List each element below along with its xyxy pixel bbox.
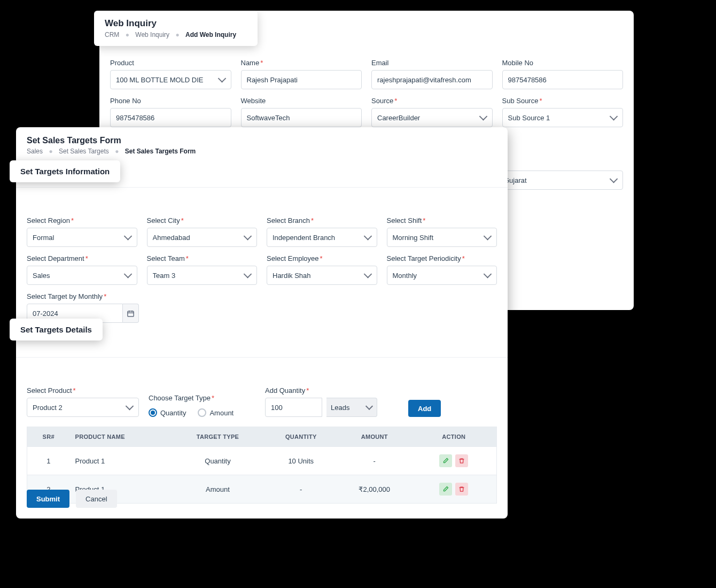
col-sr: SR# [27, 427, 70, 447]
phone-label: Phone No [110, 97, 231, 105]
col-qty: QUANTITY [264, 427, 338, 447]
employee-select[interactable] [267, 266, 377, 285]
quantity-input[interactable] [265, 398, 322, 417]
region-select[interactable] [27, 228, 137, 247]
add-quantity-label: Add Quantity* [265, 386, 377, 394]
calendar-icon [127, 310, 135, 318]
source-select[interactable] [371, 108, 493, 127]
submit-button[interactable]: Submit [27, 490, 69, 508]
page-title: Web Inquiry [105, 18, 236, 29]
cancel-button[interactable]: Cancel [76, 490, 116, 508]
breadcrumb-current: Add Web Inquiry [185, 31, 236, 38]
section-title-details: Set Targets Details [10, 319, 103, 341]
svg-rect-0 [128, 311, 134, 316]
periodicity-select[interactable] [387, 266, 497, 285]
add-button[interactable]: Add [408, 400, 441, 417]
select-product-label: Select Product* [27, 386, 139, 394]
product-label: Product [110, 59, 231, 67]
breadcrumb-item[interactable]: Set Sales Targets [59, 148, 109, 155]
branch-select[interactable] [267, 228, 377, 247]
city-select[interactable] [147, 228, 258, 247]
email-label: Email [371, 59, 493, 67]
col-action: ACTION [411, 427, 497, 447]
name-label: Name* [241, 59, 362, 67]
radio-icon [149, 408, 157, 417]
trash-icon [458, 486, 465, 492]
radio-quantity[interactable]: Quantity [149, 408, 186, 417]
email-input[interactable] [371, 70, 493, 89]
delete-button[interactable] [455, 454, 468, 467]
periodicity-label: Select Target Periodicity* [387, 254, 497, 262]
name-input[interactable] [241, 70, 362, 89]
sales-header: Set Sales Targets Form Sales ● Set Sales… [16, 127, 508, 160]
region-label: Select Region* [27, 216, 137, 225]
breadcrumb-item[interactable]: CRM [105, 31, 119, 38]
employee-label: Select Employee* [267, 254, 377, 262]
team-select[interactable] [147, 266, 258, 285]
breadcrumb: CRM ● Web Inquiry ● Add Web Inquiry [105, 31, 236, 38]
branch-label: Select Branch* [267, 216, 377, 225]
target-type-label: Choose Target Type* [149, 394, 255, 402]
breadcrumb-item[interactable]: Web Inquiry [135, 31, 169, 38]
product-select[interactable] [27, 398, 139, 417]
team-label: Select Team* [147, 254, 258, 262]
col-type: TARGET TYPE [172, 427, 264, 447]
state-select[interactable] [498, 171, 623, 190]
radio-icon [198, 408, 206, 417]
col-name: PRODUCT NAME [70, 427, 172, 447]
phone-input[interactable] [110, 108, 231, 127]
city-label: Select City* [147, 216, 258, 225]
page-title: Set Sales Targets Form [27, 136, 497, 145]
website-label: Website [241, 97, 362, 105]
web-inquiry-header: Web Inquiry CRM ● Web Inquiry ● Add Web … [94, 11, 258, 46]
mobile-label: Mobile No [502, 59, 624, 67]
edit-icon [442, 486, 449, 492]
source-label: Source* [371, 97, 493, 105]
radio-amount[interactable]: Amount [198, 408, 234, 417]
department-label: Select Department* [27, 254, 137, 262]
calendar-button[interactable] [123, 304, 139, 323]
subsource-label: Sub Source* [502, 97, 624, 105]
department-select[interactable] [27, 266, 137, 285]
target-month-label: Select Target by Monthly* [27, 292, 139, 300]
table-row: 1 Product 1 Quantity 10 Units - [27, 447, 497, 475]
product-select[interactable] [110, 70, 231, 89]
edit-icon [442, 458, 449, 464]
edit-button[interactable] [439, 454, 452, 467]
breadcrumb-item[interactable]: Sales [27, 148, 43, 155]
breadcrumb: Sales ● Set Sales Targets ● Set Sales Ta… [27, 148, 497, 155]
quantity-unit-select[interactable] [326, 398, 377, 417]
col-amt: AMOUNT [338, 427, 411, 447]
subsource-select[interactable] [502, 108, 624, 127]
section-title-info: Set Targets Information [10, 160, 120, 182]
sales-targets-panel: Set Sales Targets Form Sales ● Set Sales… [16, 127, 508, 519]
website-input[interactable] [241, 108, 362, 127]
shift-label: Select Shift* [387, 216, 497, 225]
breadcrumb-current: Set Sales Targets Form [125, 148, 196, 155]
trash-icon [458, 458, 465, 464]
shift-select[interactable] [387, 228, 497, 247]
edit-button[interactable] [439, 483, 452, 496]
delete-button[interactable] [455, 483, 468, 496]
mobile-input[interactable] [502, 70, 624, 89]
